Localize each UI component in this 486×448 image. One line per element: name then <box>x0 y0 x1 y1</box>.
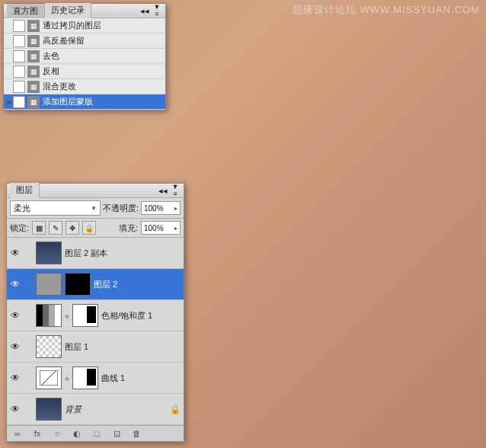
history-item[interactable]: ▦ 高反差保留 <box>4 34 165 49</box>
fill-label: 填充: <box>119 222 138 234</box>
layer-row[interactable]: 👁 ⟐ 色相/饱和度 1 <box>7 300 184 331</box>
layer-row[interactable]: 👁 图层 2 <box>7 269 184 300</box>
play-marker: ▶ <box>5 98 13 106</box>
mask-icon[interactable]: ○ <box>51 427 63 440</box>
layer-row[interactable]: 👁 图层 1 <box>7 331 184 363</box>
lock-position-icon[interactable]: ✥ <box>66 221 79 235</box>
layer-thumbnail[interactable] <box>36 366 62 389</box>
layer-name[interactable]: 图层 2 <box>94 279 117 290</box>
history-item-label: 去色 <box>43 50 59 62</box>
lock-all-icon[interactable]: 🔒 <box>82 221 96 235</box>
layer-row[interactable]: 👁 图层 2 副本 <box>7 238 184 269</box>
history-item-label: 高反差保留 <box>43 35 85 46</box>
layers-panel: 图层 ◂◂ ▼≡ 柔光 ▼ 不透明度: 100% ▸ 锁定: ▦ ✎ ✥ 🔒 填… <box>6 183 184 442</box>
history-item-label: 反相 <box>43 66 59 77</box>
lock-transparency-icon[interactable]: ▦ <box>32 221 46 235</box>
layer-name[interactable]: 图层 1 <box>65 341 88 353</box>
layer-name[interactable]: 背景 <box>65 404 82 415</box>
watermark: 思缘设计论坛 WWW.MISSYUAN.COM <box>293 3 480 17</box>
chevron-right-icon: ▸ <box>174 205 177 212</box>
layer-thumbnail[interactable] <box>36 304 62 327</box>
lock-fill-row: 锁定: ▦ ✎ ✥ 🔒 填充: 100% ▸ <box>7 219 184 238</box>
history-item[interactable]: ▦ 通过拷贝的图层 <box>4 18 165 34</box>
layer-thumbnail[interactable] <box>72 304 98 327</box>
opacity-label: 不透明度: <box>103 203 139 214</box>
chevron-right-icon: ▸ <box>174 225 177 232</box>
layer-thumbnail[interactable] <box>65 273 91 296</box>
layer-thumbnail[interactable] <box>36 273 62 296</box>
panel-menu-icon[interactable]: ▼≡ <box>152 4 162 18</box>
tab-histogram[interactable]: 直方图 <box>7 4 45 18</box>
new-layer-icon[interactable]: ⊡ <box>110 427 123 440</box>
layer-thumbnail[interactable] <box>72 366 98 389</box>
layer-name[interactable]: 色相/饱和度 1 <box>101 310 152 322</box>
history-item-label: 通过拷贝的图层 <box>43 20 101 31</box>
fx-icon[interactable]: fx <box>31 427 43 440</box>
history-item-label: 混合更改 <box>43 81 76 92</box>
layers-footer: ∞fx○◐□⊡🗑 <box>7 425 184 441</box>
panel-menu-icon[interactable]: ▼≡ <box>170 184 181 197</box>
layer-thumbnail[interactable] <box>36 398 62 421</box>
history-checkbox[interactable] <box>13 96 25 108</box>
history-step-icon: ▦ <box>27 81 40 93</box>
visibility-icon[interactable]: 👁 <box>10 341 21 352</box>
blend-mode-select[interactable]: 柔光 ▼ <box>10 200 101 216</box>
visibility-icon[interactable]: 👁 <box>10 279 21 290</box>
link-layers-icon[interactable]: ∞ <box>11 427 24 440</box>
layer-thumbnail[interactable] <box>36 335 62 358</box>
blend-mode-value: 柔光 <box>14 203 30 214</box>
visibility-icon[interactable]: 👁 <box>10 310 21 321</box>
history-item[interactable]: ▦ 反相 <box>4 64 165 79</box>
layer-list: 👁 图层 2 副本 👁 图层 2 👁 ⟐ 色相/饱和度 1 👁 图层 1 👁 ⟐… <box>7 238 184 425</box>
history-step-icon: ▦ <box>27 35 40 47</box>
history-panel: 直方图 历史记录 ◂◂ ▼≡ ▦ 通过拷贝的图层 ▦ 高反差保留 ▦ 去色 ▦ … <box>3 3 166 110</box>
collapse-icon[interactable]: ◂◂ <box>156 185 170 196</box>
history-item[interactable]: ▦ 混合更改 <box>4 79 165 94</box>
link-icon: ⟐ <box>65 374 69 382</box>
history-item-label: 添加图层蒙版 <box>43 96 93 107</box>
lock-label: 锁定: <box>10 222 29 234</box>
visibility-icon[interactable]: 👁 <box>10 404 21 414</box>
lock-icon: 🔒 <box>170 405 181 414</box>
history-item[interactable]: ▦ 去色 <box>4 49 165 64</box>
history-item[interactable]: ▶ ▦ 添加图层蒙版 <box>4 94 165 110</box>
history-checkbox[interactable] <box>13 35 25 47</box>
layer-row[interactable]: 👁 ⟐ 曲线 1 <box>7 363 184 394</box>
history-checkbox[interactable] <box>13 66 25 78</box>
blend-opacity-row: 柔光 ▼ 不透明度: 100% ▸ <box>7 198 184 219</box>
layer-thumbnail[interactable] <box>36 242 62 264</box>
visibility-icon[interactable]: 👁 <box>10 248 21 258</box>
visibility-icon[interactable]: 👁 <box>10 373 21 383</box>
group-icon[interactable]: □ <box>91 427 103 440</box>
history-list: ▦ 通过拷贝的图层 ▦ 高反差保留 ▦ 去色 ▦ 反相 ▦ 混合更改▶ ▦ 添加… <box>4 18 165 110</box>
link-icon: ⟐ <box>65 312 69 320</box>
history-step-icon: ▦ <box>27 50 40 62</box>
history-checkbox[interactable] <box>13 81 25 93</box>
opacity-input[interactable]: 100% ▸ <box>141 201 181 215</box>
adjustment-icon[interactable]: ◐ <box>71 427 83 440</box>
layer-row[interactable]: 👁 背景 🔒 <box>7 394 184 425</box>
history-step-icon: ▦ <box>27 20 40 32</box>
tab-history[interactable]: 历史记录 <box>45 3 91 18</box>
history-step-icon: ▦ <box>27 66 40 78</box>
history-header: 直方图 历史记录 ◂◂ ▼≡ <box>4 4 165 18</box>
fill-input[interactable]: 100% ▸ <box>141 221 181 235</box>
layers-header: 图层 ◂◂ ▼≡ <box>7 184 184 198</box>
tab-layers[interactable]: 图层 <box>10 183 40 198</box>
collapse-icon[interactable]: ◂◂ <box>138 5 152 16</box>
trash-icon[interactable]: 🗑 <box>130 427 142 440</box>
history-step-icon: ▦ <box>27 96 40 108</box>
history-checkbox[interactable] <box>13 20 25 32</box>
chevron-down-icon: ▼ <box>91 205 97 212</box>
history-checkbox[interactable] <box>13 50 25 62</box>
lock-pixels-icon[interactable]: ✎ <box>49 221 62 235</box>
layer-name[interactable]: 曲线 1 <box>101 373 125 384</box>
layer-name[interactable]: 图层 2 副本 <box>65 248 107 259</box>
